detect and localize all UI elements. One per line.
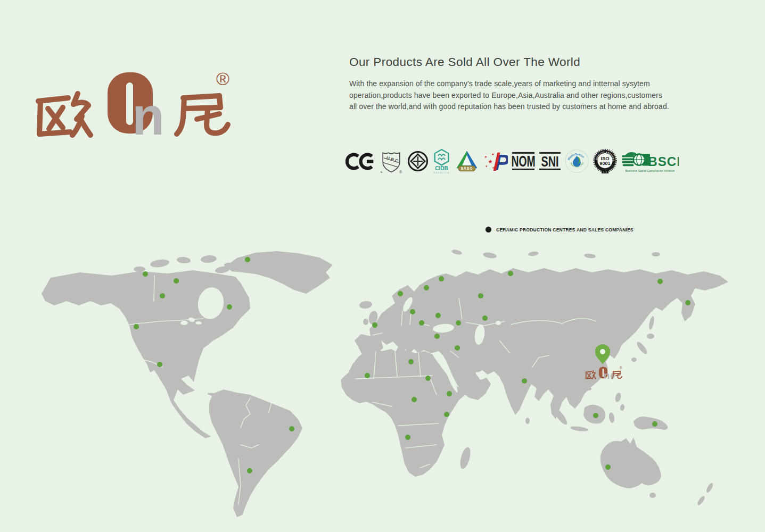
map-dot (160, 293, 165, 298)
map-dot (143, 271, 148, 277)
map-dot (425, 376, 431, 381)
intro-paragraph: With the expansion of the company's trad… (349, 78, 701, 113)
cert-upc-shield-icon: UPC c ® (380, 148, 403, 174)
svg-text:®: ® (399, 170, 402, 174)
continent-australia (601, 437, 661, 488)
map-dot (478, 293, 483, 298)
svg-text:MALAYSIA: MALAYSIA (434, 172, 450, 174)
header-section: Our Products Are Sold All Over The World… (349, 55, 701, 113)
cert-watersense-icon: WaterSense Meets EPA Criteria (565, 149, 589, 173)
map-legend: CERAMIC PRODUCTION CENTRES AND SALES COM… (486, 227, 634, 232)
stars: ★ ★ ★ ★ ★ (484, 153, 495, 170)
map-dot (605, 464, 611, 470)
svg-text:Business Social Compliance Ini: Business Social Compliance Initiative (626, 169, 675, 172)
island-new-guinea (634, 417, 668, 430)
cert-nom-icon: NOM (512, 150, 535, 172)
map-dot (419, 320, 424, 326)
map-dot (134, 324, 139, 329)
svg-text:CIDB: CIDB (435, 165, 448, 171)
cert-ce-icon (346, 153, 376, 170)
svg-text:★: ★ (491, 153, 494, 156)
map-dot (289, 426, 294, 431)
map-dot (482, 315, 488, 321)
cert-cidb-icon: CIDB MALAYSIA (433, 148, 450, 174)
map-dot (508, 271, 513, 276)
map-dot (398, 291, 403, 296)
map-dot (439, 276, 444, 281)
cert-bsci-icon: BSCI Business Social Compliance Initiati… (621, 149, 679, 173)
legend-dot-icon (486, 227, 491, 232)
svg-text:★: ★ (488, 159, 493, 164)
map-dot (522, 378, 527, 384)
svg-text:SASO: SASO (461, 167, 473, 170)
certifications-row: UPC c ® CIDB MALAYSIA SASO P ★ (346, 147, 679, 176)
svg-text:NOM: NOM (512, 153, 535, 170)
map-dot (424, 285, 429, 290)
continents (42, 249, 728, 517)
map-dot (365, 373, 370, 378)
legend-label: CERAMIC PRODUCTION CENTRES AND SALES COM… (496, 227, 634, 232)
map-dot (455, 345, 460, 351)
brand-logo (32, 63, 240, 145)
svg-text:★: ★ (484, 155, 487, 159)
map-dot (227, 304, 232, 310)
map-dot (412, 397, 417, 402)
svg-text:UPC: UPC (386, 155, 400, 164)
map-dot (456, 320, 461, 326)
svg-text:BSCI: BSCI (648, 154, 679, 169)
cert-saso-icon: SASO (454, 149, 480, 173)
svg-text:c: c (381, 169, 383, 174)
map-dot (408, 359, 414, 364)
page-title: Our Products Are Sold All Over The World (349, 55, 701, 69)
map-dot (157, 362, 162, 367)
cert-p-stars-icon: P ★ ★ ★ ★ ★ (483, 149, 508, 173)
map-dot (657, 279, 663, 284)
map-dot (447, 391, 452, 396)
map-dot (434, 334, 440, 339)
map-dot (372, 322, 377, 328)
map-dot (174, 278, 179, 284)
svg-text:9001: 9001 (600, 161, 611, 166)
map-dot (405, 435, 410, 440)
map-dot (652, 421, 657, 427)
map-dot (435, 313, 441, 318)
map-dot (444, 412, 449, 417)
map-dot (685, 300, 690, 305)
cert-iso9001-icon: QUALITY ASSURED FIRM ISO 9001 (593, 148, 618, 174)
svg-text:★: ★ (485, 164, 488, 168)
continent-south-america (209, 389, 302, 517)
location-pin-hole (600, 349, 605, 354)
svg-text:SNI: SNI (541, 153, 558, 169)
map-dot (410, 309, 415, 314)
map-dot (247, 468, 252, 473)
cert-sni-icon: SNI (539, 150, 561, 172)
map-dot (245, 257, 250, 262)
svg-text:★: ★ (492, 166, 495, 169)
map-dot (593, 413, 598, 418)
page: n ® (0, 0, 765, 532)
cert-circle-diamond-icon (407, 150, 429, 172)
